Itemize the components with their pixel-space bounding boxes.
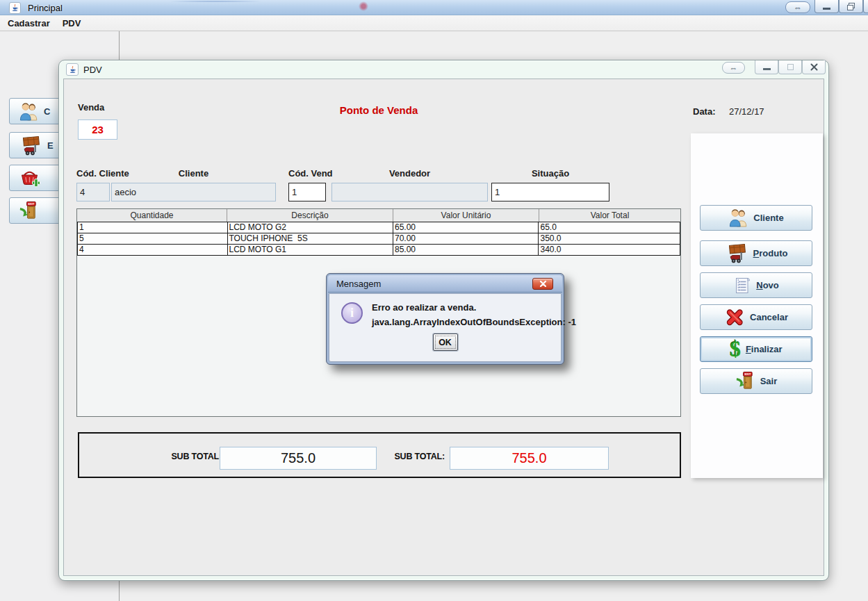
subtotal-label-1: SUB TOTAL:	[156, 452, 222, 461]
desktop: Principal ⇔ Cadastrar PDV	[0, 0, 868, 601]
page-title: Ponto de Venda	[76, 104, 681, 116]
main-close-button[interactable]	[863, 0, 868, 13]
label-text: Sair	[760, 376, 778, 386]
close-icon	[810, 63, 818, 71]
svg-text:EXIT: EXIT	[744, 372, 751, 376]
main-window-titlebar[interactable]: Principal ⇔	[0, 0, 868, 15]
novo-button-label: Novo	[756, 280, 779, 290]
main-minimize-button[interactable]	[814, 0, 839, 13]
main-resize-button[interactable]: ⇔	[785, 1, 810, 13]
java-cup-icon	[68, 65, 77, 74]
maximize-icon	[787, 64, 794, 70]
table-row[interactable]: 4 LCD MOTO G1 85.00 340.0	[77, 244, 680, 256]
svg-text:EXIT: EXIT	[28, 202, 35, 206]
pdv-close-button[interactable]	[802, 60, 826, 74]
sair-button-label: Sair	[760, 376, 778, 386]
cancelar-button[interactable]: Cancelar	[700, 304, 812, 330]
subtotal-value-1: 755.0	[220, 447, 377, 470]
cliente-button[interactable]: Cliente	[700, 205, 812, 231]
restore-icon	[846, 2, 855, 11]
exit-door-icon: EXIT	[19, 201, 39, 221]
produto-button-label: Produto	[753, 248, 788, 258]
cell-valor-unitario: 65.00	[393, 222, 539, 233]
pdv-maximize-button[interactable]	[778, 60, 802, 74]
column-header-quantidade[interactable]: Quantidade	[77, 209, 227, 222]
dialog-title: Mensagem	[336, 279, 381, 289]
cell-descricao: LCD MOTO G1	[228, 245, 393, 255]
cargo-forklift-icon	[19, 135, 42, 156]
sidebar-cliente-label: C	[44, 106, 50, 117]
cliente-label: Cliente	[111, 168, 276, 179]
produto-button[interactable]: Produto	[700, 240, 812, 266]
subtotal-panel: SUB TOTAL: 755.0 SUB TOTAL: 755.0	[78, 432, 681, 478]
cell-descricao: TOUCH IPHONE 5S	[228, 233, 393, 244]
ok-button[interactable]: OK	[433, 334, 458, 351]
cell-quantidade: 5	[78, 233, 228, 244]
table-row[interactable]: 5 TOUCH IPHONE 5S 70.00 350.0	[77, 233, 680, 245]
pdv-minimize-button[interactable]	[755, 60, 778, 74]
dollar-glyph: $	[730, 338, 741, 360]
java-app-icon	[66, 63, 79, 76]
label-text: inalizar	[751, 344, 783, 354]
column-header-descricao[interactable]: Descrição	[227, 209, 393, 222]
main-restore-button[interactable]	[839, 0, 863, 13]
pdv-window-title: PDV	[83, 65, 102, 75]
close-icon	[540, 281, 546, 287]
users-icon	[19, 102, 39, 121]
java-cup-icon	[10, 3, 19, 13]
label-text: Cliente	[753, 213, 783, 223]
sidebar-estoque-label: E	[47, 140, 54, 151]
info-icon: i	[341, 302, 363, 324]
cancelar-button-label: Cancelar	[750, 312, 788, 322]
table-row[interactable]: 1 LCD MOTO G2 65.00 65.0	[77, 222, 680, 233]
menu-bar: Cadastrar PDV	[0, 15, 868, 31]
label-text: Cancelar	[750, 312, 788, 322]
notepad-icon	[733, 277, 751, 295]
subtotal-value-2: 755.0	[450, 447, 609, 470]
venda-number-field: 23	[78, 120, 117, 140]
data-label: Data:	[693, 106, 716, 117]
data-value: 27/12/17	[729, 106, 764, 117]
resize-arrows-icon: ⇔	[794, 3, 802, 12]
resize-arrows-icon: ⇔	[730, 64, 738, 72]
subtotal-label-2: SUB TOTAL:	[384, 452, 445, 461]
cliente-button-label: Cliente	[753, 213, 783, 223]
dollar-icon: $	[730, 338, 741, 360]
table-header-row: Quantidade Descrição Valor Unitário Valo…	[77, 209, 680, 222]
error-message-line1: Erro ao realizar a venda.	[372, 302, 476, 313]
menu-pdv[interactable]: PDV	[58, 16, 86, 31]
cell-valor-total: 65.0	[539, 222, 680, 233]
finalizar-button[interactable]: $ Finalizar	[700, 336, 812, 362]
column-header-valor-unitario[interactable]: Valor Unitário	[393, 209, 539, 222]
minimize-icon	[823, 8, 830, 10]
dialog-body: i Erro ao realizar a venda. java.lang.Ar…	[329, 293, 562, 362]
info-glyph: i	[350, 306, 354, 320]
main-window-title: Principal	[28, 3, 63, 13]
column-header-valor-total[interactable]: Valor Total	[539, 209, 680, 222]
error-message-line2: java.lang.ArrayIndexOutOfBoundsException…	[372, 317, 576, 327]
dialog-close-button[interactable]	[532, 278, 553, 290]
red-x-icon	[724, 308, 745, 327]
novo-button[interactable]: Novo	[700, 272, 812, 298]
mnemonic: F	[746, 344, 751, 354]
vendedor-field	[331, 183, 488, 201]
vendedor-label: Vendedor	[331, 168, 488, 179]
cell-quantidade: 4	[78, 245, 228, 255]
situacao-field[interactable]: 1	[491, 183, 609, 201]
pdv-titlebar[interactable]: PDV ⇔	[59, 60, 828, 79]
cliente-field: aecio	[111, 183, 276, 201]
minimize-icon	[763, 68, 771, 70]
cod-vend-field[interactable]: 1	[288, 183, 326, 201]
menu-cadastrar[interactable]: Cadastrar	[3, 16, 55, 31]
cod-cliente-field: 4	[76, 183, 110, 201]
action-panel: Cliente	[691, 133, 823, 478]
sair-button[interactable]: EXIT Sair	[700, 368, 812, 394]
label-text: roduto	[759, 248, 787, 258]
cell-quantidade: 1	[78, 222, 228, 233]
pdv-resize-button[interactable]: ⇔	[722, 62, 745, 74]
cell-valor-unitario: 85.00	[393, 245, 539, 255]
exit-door-icon: EXIT	[735, 371, 755, 391]
cell-descricao: LCD MOTO G2	[228, 222, 393, 233]
label-text: ovo	[763, 280, 779, 290]
dialog-titlebar[interactable]: Mensagem	[328, 275, 562, 293]
